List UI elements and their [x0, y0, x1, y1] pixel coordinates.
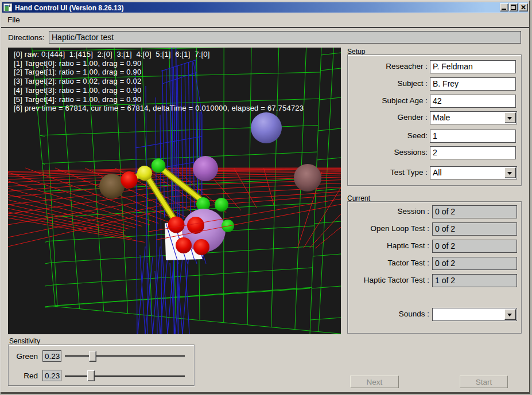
- svg-text:[2] Target[1]: ratio = 1.00, d: [2] Target[1]: ratio = 1.00, drag = 0.90: [14, 68, 141, 76]
- svg-text:[4] Target[3]: ratio = 1.00, d: [4] Target[3]: ratio = 1.00, drag = 0.90: [14, 86, 141, 95]
- svg-text:[5] Target[4]: ratio = 1.00, d: [5] Target[4]: ratio = 1.00, drag = 0.90: [14, 95, 141, 104]
- svg-text:[0] raw: 0:[444] 1:[415] 2:[: [0] raw: 0:[444] 1:[415] 2:[0] 3:[1] 4:[…: [14, 50, 210, 58]
- svg-text:[1] Target[0]: ratio = 1.00, d: [1] Target[0]: ratio = 1.00, drag = 0.90: [14, 59, 141, 68]
- svg-text:[3] Target[2]: ratio = 0.02, d: [3] Target[2]: ratio = 0.02, drag = 0.02: [14, 77, 141, 85]
- svg-text:[6] prev time = 67814, cur tim: [6] prev time = 67814, cur time = 67814,…: [14, 104, 304, 112]
